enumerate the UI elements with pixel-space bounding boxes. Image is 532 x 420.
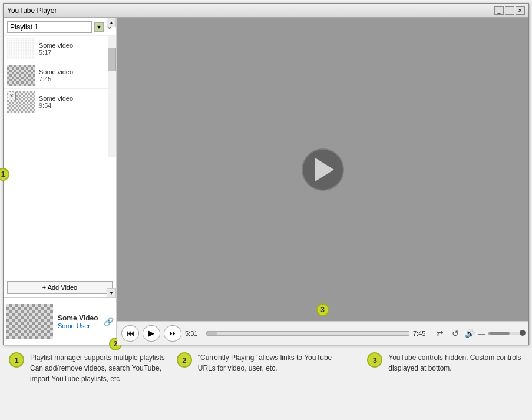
shuffle-button[interactable]: ⇄ (434, 328, 446, 339)
progress-bar[interactable] (206, 331, 409, 336)
video-thumbnail-2 (7, 65, 35, 86)
main-content: ▲ Playlist 1 ▼ ✎ Some video 5: (4, 18, 528, 345)
scroll-down-arrow[interactable]: ▼ (107, 288, 116, 297)
scroll-up-arrow[interactable]: ▲ (107, 18, 116, 27)
video-thumbnail-3: ✕ (7, 91, 35, 113)
fast-forward-button[interactable]: ⏭ (164, 325, 181, 342)
volume-icon: 🔊 (465, 329, 475, 338)
annotation-badge-label-1: 1 (9, 352, 24, 368)
annotation-item-3: 3 YouTube controls hidden. Custom contro… (367, 352, 521, 384)
video-list: Some video 5:17 Some video 7:45 (4, 36, 116, 157)
rewind-button[interactable]: ⏮ (121, 325, 139, 342)
repeat-button[interactable]: ↺ (450, 328, 461, 339)
thumb-x-overlay: ✕ (8, 92, 16, 100)
video-duration-2: 7:45 (39, 75, 113, 82)
annotation-text-3: YouTube controls hidden. Custom controls… (388, 352, 521, 373)
play-pause-button[interactable]: ▶ (143, 325, 160, 342)
currently-playing-panel: Some Video Some User 🔗 2 (4, 297, 116, 345)
list-scrollbar[interactable] (108, 36, 116, 157)
video-title-2: Some video (39, 68, 113, 75)
time-current: 5:31 (185, 330, 203, 337)
video-info-3: Some video 9:54 (39, 95, 113, 109)
title-bar-controls: _ □ ✕ (494, 6, 525, 15)
now-playing-title: Some Video (58, 314, 99, 322)
annotation-badge-label-3: 3 (367, 352, 382, 368)
playlist-selector: Playlist 1 ▼ ✎ (4, 18, 116, 36)
window-title: YouTube Player (7, 6, 57, 15)
now-playing-thumbnail (6, 304, 53, 339)
title-bar-left: YouTube Player (7, 6, 57, 15)
time-total: 7:45 (413, 330, 431, 337)
annotation-text-1: Playlist manager supports multiple playl… (30, 352, 165, 384)
annotations-section: 1 Playlist manager supports multiple pla… (3, 352, 529, 384)
play-triangle-icon (315, 158, 334, 181)
video-thumbnail-1 (7, 38, 35, 59)
video-title-3: Some video (39, 95, 113, 102)
close-button[interactable]: ✕ (516, 6, 525, 15)
volume-dash-separator: — (478, 330, 485, 337)
playlist-dropdown[interactable]: Playlist 1 (7, 21, 92, 33)
player-area: 3 ⏮ ▶ ⏭ 5:31 7:45 ⇄ ↺ 🔊 — (117, 18, 528, 345)
volume-fill (489, 332, 510, 335)
add-video-button[interactable]: + Add Video (7, 281, 113, 294)
list-item[interactable]: Some video 5:17 (4, 36, 116, 62)
video-duration-1: 5:17 (39, 49, 113, 56)
volume-slider[interactable] (488, 332, 524, 335)
now-playing-user[interactable]: Some User (58, 322, 99, 329)
title-bar: YouTube Player _ □ ✕ (4, 4, 528, 18)
annotation-badge-label-2: 2 (177, 352, 192, 368)
sidebar: ▲ Playlist 1 ▼ ✎ Some video 5: (4, 18, 117, 345)
video-info-2: Some video 7:45 (39, 68, 113, 82)
playlist-dropdown-arrow[interactable]: ▼ (94, 22, 104, 32)
list-item[interactable]: Some video 7:45 (4, 62, 116, 89)
play-button-overlay[interactable] (302, 148, 344, 191)
annotation-item-1: 1 Playlist manager supports multiple pla… (9, 352, 165, 384)
annotation-item-2: 2 "Currently Playing" allows links to Yo… (177, 352, 332, 384)
minimize-button[interactable]: _ (494, 6, 504, 15)
link-icon[interactable]: 🔗 (104, 317, 114, 326)
controls-bar: ⏮ ▶ ⏭ 5:31 7:45 ⇄ ↺ 🔊 — (117, 321, 528, 345)
annotation-badge-3: 3 (316, 303, 329, 316)
annotation-text-2: "Currently Playing" allows links to YouT… (198, 352, 332, 373)
video-duration-3: 9:54 (39, 102, 113, 109)
video-title-1: Some video (39, 42, 113, 49)
volume-knob[interactable] (520, 330, 526, 336)
list-item[interactable]: ✕ Some video 9:54 (4, 89, 116, 115)
video-display[interactable]: 3 (117, 18, 528, 321)
video-info-1: Some video 5:17 (39, 42, 113, 56)
maximize-button[interactable]: □ (505, 6, 514, 15)
progress-bar-fill (207, 332, 217, 335)
scrollbar-thumb[interactable] (108, 48, 116, 71)
main-window: YouTube Player _ □ ✕ ▲ Playlist 1 ▼ ✎ (3, 3, 529, 345)
playlist-label: Playlist 1 (10, 23, 38, 31)
now-playing-info: Some Video Some User (58, 314, 99, 329)
